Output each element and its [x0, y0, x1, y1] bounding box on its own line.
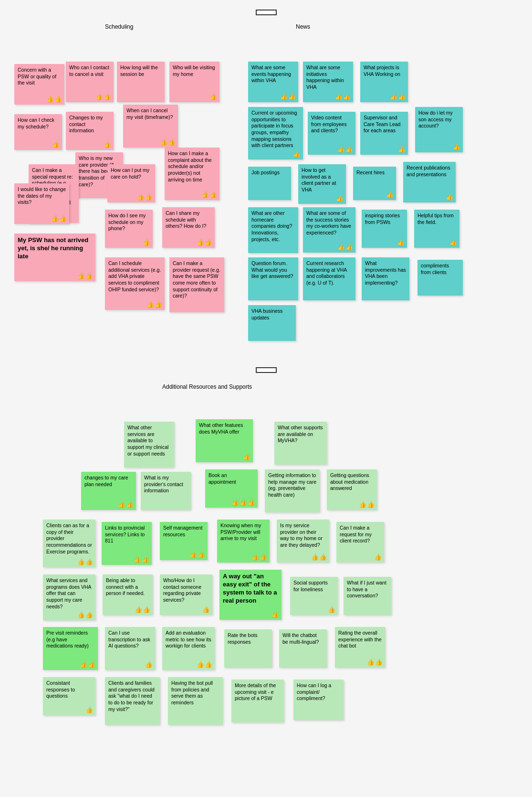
sticky-note-g2n12[interactable]: Knowing when my PSW/Provider will arrive… [217, 520, 270, 563]
sticky-note-g1n11[interactable]: How can I make a complaint about the sch… [165, 148, 219, 200]
sticky-note-g1n29[interactable]: What are other homecare companies doing?… [248, 207, 298, 253]
sticky-note-g1n2[interactable]: Who can I contact to cancel a visit👍👍 [66, 62, 114, 102]
note-text: What if I just want to have a conversati… [347, 580, 388, 599]
sticky-note-g1n35[interactable]: What improvements has VHA been implement… [362, 257, 409, 300]
note-text: Knowing when my PSW/Provider will arrive… [220, 522, 266, 542]
group1-header [5, 10, 527, 16]
sticky-note-g1n14[interactable]: Can I share my schedule with others? How… [162, 207, 215, 248]
sticky-note-g2n17[interactable]: Who/How do I contact someone regarding p… [160, 574, 212, 615]
sticky-note-g1n31[interactable]: inspiring stories from PSWs👍 [362, 210, 407, 248]
sticky-note-g1n37[interactable]: VHA business updates [248, 305, 296, 341]
sticky-note-g1n26[interactable]: How to get involved as a client partner … [298, 164, 346, 204]
sticky-note-g1n36[interactable]: compliments from clients [417, 260, 463, 296]
sticky-note-g2n10[interactable]: Links to provincial services? Links to 8… [102, 522, 152, 565]
sticky-note-g2n16[interactable]: Being able to connect with a person if n… [103, 574, 153, 615]
sticky-note-g2n31[interactable]: How can I log a complaint/ compliment? [293, 680, 344, 720]
sticky-note-g2n29[interactable]: Having the bot pull from policies and se… [168, 677, 223, 725]
sticky-note-g1n3[interactable]: How long will the session be [117, 62, 165, 102]
thumb-icon: 👍 [359, 501, 366, 509]
thumb-icon: 👍 [337, 244, 345, 252]
sticky-note-g1n24[interactable]: How do i let my son access my account?👍 [415, 107, 463, 152]
note-text: Clients can as for a copy of their provi… [46, 522, 92, 555]
sticky-note-g1n4[interactable]: Who will be visiting my home👍 [169, 62, 219, 102]
scheduling-label: Scheduling [105, 23, 133, 30]
note-text: Book an appointment [209, 472, 254, 485]
thumb-icon: 👍 [198, 551, 205, 559]
sticky-note-g1n22[interactable]: Video content from employees and clients… [308, 112, 355, 155]
sticky-note-g2n28[interactable]: Clients and families and caregivers coul… [105, 677, 160, 725]
sticky-note-g2n21[interactable]: Pre visit reminders (e.g have medication… [43, 627, 98, 670]
thumb-icon: 👍 [146, 301, 154, 309]
sticky-note-g1n6[interactable]: Changes to my contact information👍 [66, 112, 114, 150]
sticky-note-g1n25[interactable]: Job postings [248, 167, 291, 200]
sticky-note-g1n33[interactable]: Question forum. What would you like get … [248, 257, 298, 300]
sticky-note-g1n34[interactable]: Current research happening at VHA and co… [303, 257, 355, 300]
sticky-note-g2n26[interactable]: Rating the overall experience with the c… [335, 627, 385, 668]
sticky-note-g1n15[interactable]: My PSW has not arrived yet, is she/ he r… [14, 234, 95, 281]
note-text: What other features does MyVHA offer [199, 422, 250, 435]
sticky-note-g2n13[interactable]: Is my service provider on their way to m… [277, 520, 329, 563]
sticky-note-g1n20[interactable]: What projects is VHA Working on👍👍 [360, 62, 408, 102]
thumbs-container: 👍👍 [95, 93, 111, 101]
note-text: Supervisor and Care Team Lead for each a… [364, 115, 405, 134]
thumb-icon: 👍 [251, 553, 259, 562]
sticky-note-g2n3[interactable]: What other supports are available on MyV… [274, 422, 327, 465]
note-text: Rate the bots responses [228, 632, 269, 645]
sticky-note-g1n21[interactable]: Current or upcoming opportunities to par… [248, 107, 303, 159]
sticky-note-g2n27[interactable]: Consistant responses to questions👍 [43, 677, 95, 715]
thumb-icon: 👍 [197, 239, 204, 247]
sticky-note-g2n4[interactable]: changes to my care plan needed👍👍 [81, 472, 136, 510]
sticky-note-g1n5[interactable]: How can I check my schedule?👍 [14, 114, 62, 150]
thumb-icon: 👍 [85, 272, 93, 280]
sticky-note-g2n30[interactable]: More details of the upcoming visit - e p… [231, 680, 284, 723]
sticky-note-g2n24[interactable]: Rate the bots responses [224, 629, 272, 668]
sticky-note-g2n1[interactable]: What other services are available to sup… [124, 422, 174, 468]
note-text: I would like to change the dates of my v… [18, 186, 66, 206]
note-text: Concern with a PSW or quality of the vis… [18, 67, 61, 86]
sticky-note-g1n10[interactable]: How can I put my care on hold?👍👍 [107, 164, 155, 202]
sticky-note-g1n16[interactable]: Can I schedule additional services (e.g.… [105, 257, 165, 310]
note-text: What other services are available to sup… [127, 425, 171, 457]
sticky-note-g2n5[interactable]: What is my provider's contact informatio… [141, 472, 191, 510]
sticky-note-g1n19[interactable]: What are some initiatives happening with… [303, 62, 353, 102]
sticky-note-g2n9[interactable]: Clients can as for a copy of their provi… [43, 520, 95, 567]
thumbs-container: 👍👍 [280, 93, 296, 101]
sticky-note-g2n18[interactable]: A way out "an easy exit" of the system t… [219, 570, 282, 620]
sticky-note-g2n7[interactable]: Getting information to help manage my ca… [265, 469, 320, 512]
sticky-note-g2n25[interactable]: Will the chatbot be multi-lingual? [279, 629, 327, 668]
sticky-note-g2n11[interactable]: Self management resources👍👍 [160, 522, 208, 560]
thumb-icon: 👍 [243, 453, 250, 461]
sticky-note-g1n12[interactable]: I would like to change the dates of my v… [14, 183, 69, 224]
thumb-icon: 👍 [88, 661, 95, 669]
sticky-note-g1n30[interactable]: What are some of the success stories my … [303, 207, 355, 253]
thumb-icon: 👍 [343, 93, 351, 101]
sticky-note-g1n13[interactable]: How do I see my schedule on my phone?👍 [105, 210, 153, 248]
sticky-note-g2n23[interactable]: Add an evaluation metric to see how its … [162, 627, 215, 670]
sticky-note-g1n32[interactable]: Helpful tips from the field.👍 [414, 210, 459, 248]
sticky-note-g2n22[interactable]: Can I use transcription to ask AI questi… [105, 627, 155, 670]
thumbs-container: 👍 [104, 141, 111, 149]
sticky-note-g1n18[interactable]: What are some events happening within VH… [248, 62, 298, 102]
sticky-note-g1n23[interactable]: Supervisor and Care Team Lead for each a… [360, 112, 408, 155]
thumb-icon: 👍 [240, 499, 247, 507]
sticky-note-g2n15[interactable]: What services and programs does VHA offe… [43, 574, 95, 620]
sticky-note-g2n19[interactable]: Social supports for loneliness👍 [290, 577, 338, 615]
sticky-note-g1n7[interactable]: When can I cancel my visit (timeframe)?👍… [123, 105, 178, 148]
note-text: What are some events happening within VH… [251, 64, 295, 84]
note-text: Job postings [251, 170, 280, 176]
thumb-icon: 👍 [104, 141, 111, 149]
thumb-icon: 👍 [319, 553, 327, 562]
sticky-note-g2n2[interactable]: What other features does MyVHA offer👍 [196, 419, 253, 462]
thumb-icon: 👍 [398, 93, 406, 101]
sticky-note-g2n20[interactable]: What if I just want to have a conversati… [344, 577, 391, 615]
sticky-note-g1n28[interactable]: Recent publications and presentations👍 [403, 162, 456, 202]
sticky-note-g2n8[interactable]: Getting questions about medication answe… [327, 469, 377, 510]
note-text: Can I schedule additional services (e.g.… [108, 260, 161, 293]
sticky-note-g1n27[interactable]: Recent hires👍 [353, 167, 396, 200]
sticky-note-g1n17[interactable]: Can I make a provider request (e.g. have… [169, 257, 224, 312]
sticky-note-g2n6[interactable]: Book an appointment👍👍👍 [205, 469, 258, 508]
thumb-icon: 👍 [374, 553, 382, 562]
thumb-icon: 👍 [260, 553, 267, 562]
sticky-note-g1n1[interactable]: Concern with a PSW or quality of the vis… [14, 64, 64, 105]
sticky-note-g2n14[interactable]: Can I make a request for my client recor… [336, 522, 384, 563]
